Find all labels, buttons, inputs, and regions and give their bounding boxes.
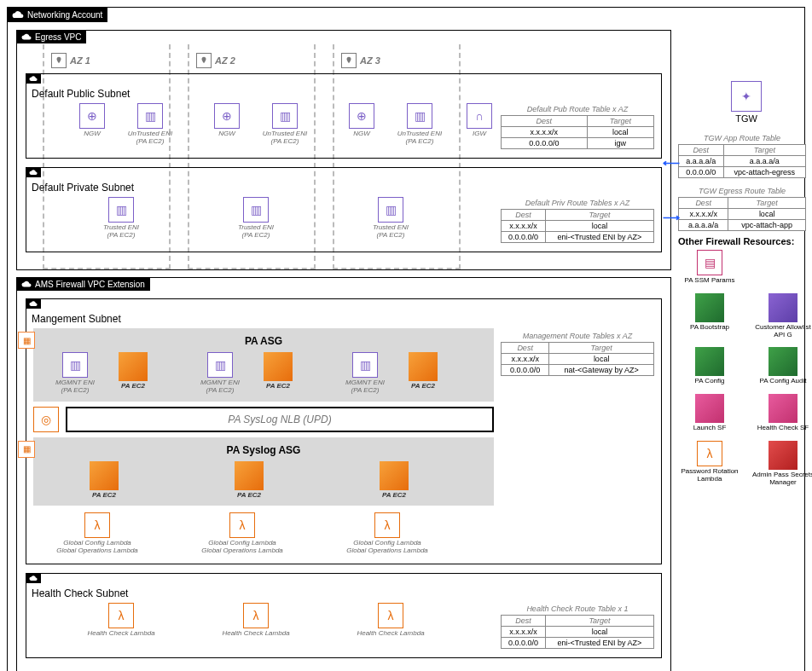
cloud-icon bbox=[21, 279, 32, 289]
igw-icon: ∩ bbox=[467, 103, 492, 129]
firewall-vpc-container: AMS Firewall VPC Extension Mangement Sub… bbox=[16, 277, 671, 671]
private-subnet-title: Default Private Subnet bbox=[26, 179, 661, 194]
igw-label: IGW bbox=[473, 130, 486, 138]
mgmt-route-table: Management Route Tables x AZ DestTarget … bbox=[501, 330, 654, 376]
eni-icon: ▥ bbox=[108, 197, 134, 223]
s3-bucket-icon bbox=[695, 347, 724, 376]
nat-gateway-icon: ⊕ bbox=[79, 103, 105, 129]
pa-asg-band: ▦ PA ASG ▥MGMNT ENI(PA EC2) PA EC2 bbox=[33, 328, 494, 402]
az-pin-icon bbox=[196, 53, 212, 68]
cloud-lock-icon bbox=[29, 574, 38, 582]
res-label: Health Check SF bbox=[757, 425, 809, 432]
cloud-lock-icon bbox=[29, 168, 38, 176]
fw-title: AMS Firewall VPC Extension bbox=[35, 280, 145, 289]
public-route-table: Default Pub Route Table x AZ DestTarget … bbox=[501, 103, 654, 149]
eni-icon: ▥ bbox=[378, 197, 403, 223]
s3-bucket-icon bbox=[695, 293, 724, 322]
ec2-label: PA EC2 bbox=[411, 383, 435, 390]
route-caption: TGW Egress Route Table bbox=[678, 185, 806, 197]
az-pin-icon bbox=[51, 53, 67, 68]
subnet-icon-header bbox=[26, 167, 41, 177]
res-label: PA Config Audit bbox=[760, 378, 807, 385]
mgmt-subnet: Mangement Subnet ▦ PA ASG ▥MGMNT ENI(PA bbox=[26, 298, 662, 564]
lambda-icon: λ bbox=[374, 512, 400, 538]
route-caption: Management Route Tables x AZ bbox=[501, 330, 654, 342]
tgw-app-route-table: TGW App Route Table DestTarget a.a.a.a/a… bbox=[678, 132, 806, 178]
az-label: AZ 1 bbox=[70, 55, 90, 66]
res-label: Launch SF bbox=[693, 425, 727, 432]
lambda-label: Global Config LambdaGlobal Operations La… bbox=[201, 540, 283, 555]
lambda-label: Health Check Lambda bbox=[357, 630, 424, 638]
eni-label: UnTrusted ENI(PA EC2) bbox=[263, 130, 307, 146]
other-resources-title: Other Firewall Resources: bbox=[678, 236, 794, 246]
subnet-icon-header bbox=[26, 73, 41, 84]
eni-label: Trusted ENI(PA EC2) bbox=[238, 224, 274, 240]
res-label: Password Rotation Lambda bbox=[678, 468, 741, 483]
subnet-icon-header bbox=[26, 298, 41, 309]
ec2-icon bbox=[409, 352, 438, 381]
tgw-icon: ✦ bbox=[731, 81, 762, 112]
ec2-label: PA EC2 bbox=[237, 492, 261, 500]
api-gateway-icon bbox=[768, 293, 798, 322]
asg-icon: ▦ bbox=[18, 441, 35, 458]
private-subnet: Default Private Subnet ▥Trusted ENI(PA E… bbox=[26, 167, 662, 252]
res-label: PA SSM Params bbox=[685, 277, 735, 285]
lambda-icon: λ bbox=[229, 512, 255, 538]
route-caption: TGW App Route Table bbox=[678, 132, 806, 144]
syslog-asg-title: PA Syslog ASG bbox=[40, 444, 487, 456]
res-label: PA Bootstrap bbox=[690, 324, 729, 332]
egress-title: Egress VPC bbox=[35, 32, 81, 42]
eni-label: MGMNT ENI(PA EC2) bbox=[55, 379, 95, 395]
az-pin-icon bbox=[341, 53, 357, 68]
ngw-label: NGW bbox=[218, 130, 235, 138]
asg-icon: ▦ bbox=[18, 332, 35, 349]
ngw-label: NGW bbox=[84, 130, 101, 138]
subnet-icon-header bbox=[26, 573, 41, 583]
ec2-icon bbox=[380, 461, 409, 490]
ec2-icon bbox=[264, 352, 293, 381]
mgmt-subnet-title: Mangement Subnet bbox=[26, 310, 661, 325]
public-subnet-title: Default Public Subnet bbox=[26, 85, 661, 100]
account-title: Networking Account bbox=[27, 10, 102, 20]
nlb-row: ◎ PA SysLog NLB (UPD) bbox=[33, 407, 494, 432]
az-label: AZ 2 bbox=[215, 55, 235, 66]
lambda-label: Global Config LambdaGlobal Operations La… bbox=[346, 540, 428, 555]
route-caption: Default Priv Route Tables x AZ bbox=[501, 197, 654, 209]
res-label: PA Config bbox=[695, 378, 725, 385]
res-label: Admin Pass Secrets Manager bbox=[751, 471, 812, 487]
eni-icon: ▥ bbox=[62, 352, 88, 378]
health-route-table: Health Check Route Table x 1 DestTarget … bbox=[501, 603, 654, 649]
arrow-icon: ⟵ bbox=[663, 156, 680, 170]
eni-label: UnTrusted ENI(PA EC2) bbox=[397, 130, 442, 146]
eni-label: Trusted ENI(PA EC2) bbox=[373, 224, 409, 240]
nlb-icon: ◎ bbox=[33, 407, 59, 432]
nat-gateway-icon: ⊕ bbox=[349, 103, 374, 129]
lambda-icon: λ bbox=[108, 603, 134, 628]
step-functions-icon bbox=[768, 394, 798, 423]
tgw-label: TGW bbox=[735, 113, 757, 124]
eni-icon: ▥ bbox=[352, 352, 378, 378]
az-label: AZ 3 bbox=[360, 55, 380, 66]
route-caption: Default Pub Route Table x AZ bbox=[501, 103, 654, 115]
ec2-icon bbox=[90, 461, 119, 490]
eni-label: MGMNT ENI(PA EC2) bbox=[200, 379, 240, 395]
eni-icon: ▥ bbox=[243, 197, 269, 223]
lambda-icon: λ bbox=[378, 603, 403, 628]
s3-bucket-icon bbox=[768, 347, 798, 376]
egress-vpc-container: Egress VPC AZ 1 AZ 2 AZ 3 bbox=[16, 30, 671, 270]
nat-gateway-icon: ⊕ bbox=[214, 103, 240, 129]
arrow-icon: ⟶ bbox=[663, 211, 680, 224]
ec2-label: PA EC2 bbox=[92, 492, 116, 500]
ec2-label: PA EC2 bbox=[121, 383, 145, 390]
nlb-label: PA SysLog NLB (UPD) bbox=[66, 407, 494, 432]
lambda-label: Global Config LambdaGlobal Operations La… bbox=[56, 540, 138, 555]
lambda-icon: λ bbox=[243, 603, 269, 628]
eni-label: Trusted ENI(PA EC2) bbox=[103, 224, 139, 240]
cloud-lock-icon bbox=[29, 74, 38, 83]
cloud-icon bbox=[21, 32, 32, 42]
networking-account-container: Networking Account Egress VPC AZ 1 bbox=[7, 7, 805, 671]
eni-icon: ▥ bbox=[207, 352, 233, 378]
step-functions-icon bbox=[695, 394, 724, 423]
health-subnet: Health Check Subnet λHealth Check Lambda… bbox=[26, 573, 662, 658]
fw-header: AMS Firewall VPC Extension bbox=[16, 277, 150, 291]
